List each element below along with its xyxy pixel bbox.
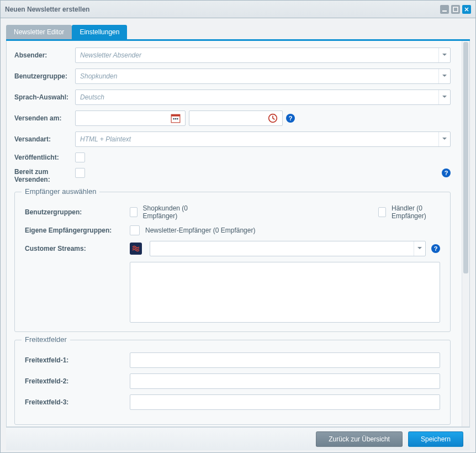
delivery-type-trigger[interactable] [438, 132, 449, 146]
language-select-value: Deutsch [80, 93, 438, 101]
dealers-checkbox[interactable] [378, 207, 386, 217]
chevron-down-icon [442, 93, 447, 101]
svg-rect-0 [442, 10, 447, 12]
delivery-type-select[interactable]: HTML + Plaintext [75, 131, 451, 147]
svg-rect-1 [453, 7, 458, 12]
svg-rect-3 [171, 114, 180, 116]
label-customer-streams: Customer Streams: [25, 245, 130, 252]
customer-streams-trigger[interactable] [414, 241, 425, 256]
ready-to-send-checkbox[interactable] [75, 168, 85, 178]
scrollbar-thumb[interactable] [463, 42, 468, 273]
clock-icon[interactable] [268, 113, 278, 123]
label-send-on: Versenden am: [14, 114, 75, 122]
usergroup-select[interactable]: Shopkunden [75, 69, 451, 84]
send-time-input[interactable] [189, 110, 283, 126]
freetext-fieldset-title: Freitextfelder [22, 335, 70, 344]
label-freetext-2: Freitextfeld-2: [25, 377, 130, 385]
window-maximize-button[interactable] [451, 5, 460, 14]
recipients-fieldset-title: Empfänger auswählen [22, 187, 99, 196]
svg-rect-5 [175, 118, 176, 119]
sender-select[interactable]: Newsletter Absender [75, 48, 451, 63]
recipients-fieldset: Empfänger auswählen Benutzergruppen: Sho… [14, 192, 451, 332]
help-icon[interactable]: ? [431, 244, 440, 253]
chevron-down-icon [442, 135, 447, 143]
newsletter-recipients-checkbox-label: Newsletter-Empfänger (0 Empfänger) [145, 227, 255, 234]
window-title: Neuen Newsletter erstellen [5, 6, 89, 13]
language-select-trigger[interactable] [438, 90, 449, 104]
chevron-down-icon [442, 72, 447, 80]
label-language: Sprach-Auswahl: [14, 93, 75, 101]
help-icon[interactable]: ? [286, 114, 295, 123]
tab-bar: Newsletter Editor Einstellungen [6, 24, 470, 39]
label-ready-to-send: Bereit zum Versenden: [14, 168, 75, 184]
label-sender: Absender: [14, 51, 75, 59]
window-close-button[interactable] [462, 5, 471, 14]
label-own-groups: Eigene Empfängergruppen: [25, 227, 130, 234]
form-body: Absender: Newsletter Absender Benutzergr… [6, 41, 470, 427]
tab-newsletter-editor[interactable]: Newsletter Editor [6, 25, 72, 39]
save-button[interactable]: Speichern [408, 431, 463, 447]
customer-streams-select[interactable] [150, 241, 426, 256]
label-delivery-type: Versandart: [14, 135, 75, 143]
customer-streams-icon [130, 243, 142, 255]
newsletter-window: Neuen Newsletter erstellen Newsletter Ed… [0, 0, 476, 453]
label-usergroup: Benutzergruppe: [14, 72, 75, 80]
freetext-1-input[interactable] [130, 352, 440, 368]
label-freetext-3: Freitextfeld-3: [25, 398, 130, 406]
calendar-icon[interactable] [171, 113, 181, 123]
send-date-input[interactable] [75, 110, 186, 126]
shopcustomers-checkbox-label: Shopkunden (0 Empfänger) [143, 204, 202, 220]
customer-streams-list[interactable] [130, 262, 440, 323]
shopcustomers-checkbox[interactable] [130, 207, 137, 217]
window-titlebar: Neuen Newsletter erstellen [1, 1, 475, 18]
label-freetext-1: Freitextfeld-1: [25, 356, 130, 364]
chevron-down-icon [442, 51, 447, 59]
delivery-type-value: HTML + Plaintext [80, 135, 438, 143]
freetext-3-input[interactable] [130, 394, 440, 410]
label-recipient-usergroups: Benutzergruppen: [25, 208, 130, 216]
svg-rect-4 [173, 118, 174, 119]
dealers-checkbox-label: Händler (0 Empfänger) [392, 204, 440, 220]
window-minimize-button[interactable] [440, 5, 449, 14]
form-scroll-region[interactable]: Absender: Newsletter Absender Benutzergr… [7, 41, 462, 426]
newsletter-recipients-checkbox[interactable] [130, 225, 140, 235]
published-checkbox[interactable] [75, 152, 85, 162]
svg-rect-6 [177, 118, 178, 119]
tab-settings[interactable]: Einstellungen [72, 25, 127, 39]
back-to-overview-button[interactable]: Zurück zur Übersicht [316, 431, 403, 447]
footer-toolbar: Zurück zur Übersicht Speichern [6, 427, 470, 450]
usergroup-select-value: Shopkunden [80, 72, 438, 80]
help-icon[interactable]: ? [442, 168, 451, 177]
sender-select-trigger[interactable] [438, 48, 449, 62]
label-published: Veröffentlicht: [14, 154, 75, 161]
language-select[interactable]: Deutsch [75, 89, 451, 105]
freetext-fieldset: Freitextfelder Freitextfeld-1: Freitextf… [14, 340, 451, 425]
usergroup-select-trigger[interactable] [438, 69, 449, 83]
freetext-2-input[interactable] [130, 373, 440, 389]
vertical-scrollbar[interactable] [462, 41, 469, 426]
chevron-down-icon [417, 245, 422, 252]
sender-select-value: Newsletter Absender [80, 51, 438, 59]
